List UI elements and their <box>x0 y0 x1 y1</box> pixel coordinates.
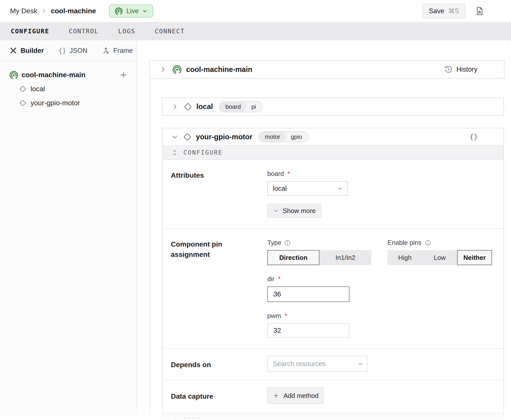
mode-json-label: JSON <box>69 47 87 55</box>
tab-connect[interactable]: CONNECT <box>155 28 185 35</box>
breadcrumb-parent[interactable]: My Desk <box>10 7 37 15</box>
board-field-label: board* <box>267 170 492 178</box>
type-field-label: Type <box>267 239 371 247</box>
dir-field-label: dir* <box>267 275 492 283</box>
machine-part-menu-button[interactable] <box>487 68 494 71</box>
attributes-section: Attributes board* local Show more <box>163 160 503 229</box>
component-diamond-icon <box>183 132 192 141</box>
gpio-motor-title: your-gpio-motor <box>196 133 252 141</box>
gpio-motor-type-badge: motor gpio <box>259 131 309 142</box>
add-method-button[interactable]: Add method <box>267 387 324 404</box>
info-icon[interactable] <box>425 240 431 246</box>
info-icon[interactable] <box>284 240 291 246</box>
badge-type: motor <box>259 132 288 142</box>
depends-on-section-label: Depends on <box>171 356 267 372</box>
pwm-pin-input[interactable] <box>267 323 349 338</box>
enable-pins-toggle-group: Enable pins High Low <box>388 239 492 265</box>
component-diamond-icon <box>19 85 27 93</box>
enable-option-neither[interactable]: Neither <box>457 250 492 265</box>
live-status-dropdown[interactable]: Live <box>109 5 153 18</box>
tree-item-local[interactable]: local <box>0 82 137 96</box>
enable-pins-field-label: Enable pins <box>388 239 492 247</box>
component-diamond-icon <box>19 99 27 107</box>
chevron-down-icon <box>273 208 279 214</box>
board-select[interactable]: local <box>267 181 348 196</box>
expand-chevron-icon[interactable] <box>171 103 178 110</box>
mode-frame-label: Frame <box>113 47 133 55</box>
tree-item-your-gpio-motor[interactable]: your-gpio-motor <box>0 96 137 110</box>
collapse-vertical-icon <box>171 149 178 156</box>
type-option-in1in2[interactable]: In1/In2 <box>319 250 371 265</box>
tree-item-your-gpio-motor-label: your-gpio-motor <box>31 99 80 107</box>
enable-option-low[interactable]: Low <box>422 250 457 265</box>
tree-item-machine-part[interactable]: cool-machine-main <box>0 68 137 82</box>
type-toggle-group: Type Direction In1/In2 <box>267 239 371 265</box>
add-component-button[interactable] <box>119 71 128 79</box>
data-capture-section-label: Data capture <box>171 387 267 404</box>
depends-on-search-input[interactable] <box>267 356 367 372</box>
braces-icon: {} <box>58 47 66 54</box>
badge-type: board <box>219 102 248 112</box>
attributes-section-label: Attributes <box>171 170 267 218</box>
depends-on-section: Depends on <box>163 349 503 380</box>
mode-builder[interactable]: Builder <box>9 47 44 55</box>
local-board-title: local <box>196 102 213 111</box>
tab-control[interactable]: CONTROL <box>69 28 98 35</box>
configure-section-label: CONFIGURE <box>183 149 223 156</box>
machine-tab-bar: CONFIGURE CONTROL LOGS CONNECT <box>0 22 511 40</box>
pwm-field-label: pwm* <box>267 312 492 320</box>
mode-frame[interactable]: Frame <box>102 47 133 55</box>
data-capture-section: Data capture Add method <box>163 380 503 412</box>
expand-vertical-icon <box>171 417 178 420</box>
broadcast-icon <box>172 64 182 74</box>
gpio-motor-card: your-gpio-motor motor gpio {} CONFIGURE <box>162 128 504 420</box>
configure-section-header[interactable]: CONFIGURE <box>163 145 503 160</box>
breadcrumb-machine-name: cool-machine <box>51 7 96 15</box>
gpio-motor-menu-button[interactable] <box>488 135 495 139</box>
type-option-direction[interactable]: Direction <box>267 250 319 265</box>
tree-item-local-label: local <box>31 85 45 93</box>
history-clock-icon <box>444 65 453 74</box>
gpio-motor-card-header: your-gpio-motor motor gpio {} <box>163 128 503 145</box>
local-board-type-badge: board pi <box>219 101 263 112</box>
tree-item-machine-part-label: cool-machine-main <box>22 71 85 79</box>
chevron-down-icon <box>142 8 148 14</box>
pin-assignment-section: Component pin assignment Type <box>163 229 503 349</box>
machine-part-card: cool-machine-main History <box>150 60 504 79</box>
history-button-label: History <box>456 66 477 73</box>
top-bar: My Desk cool-machine Live Save ⌘S <box>0 0 511 22</box>
expand-chevron-icon[interactable] <box>160 66 167 73</box>
builder-tools-icon <box>9 47 17 55</box>
required-mark: * <box>285 312 287 320</box>
test-section-header[interactable]: TEST <box>163 412 503 420</box>
tab-logs[interactable]: LOGS <box>118 28 135 35</box>
resource-tree: cool-machine-main local your-gpio-motor <box>0 61 137 110</box>
dir-pin-input[interactable] <box>267 286 349 302</box>
config-sidebar: Builder {} JSON Frame <box>0 40 137 420</box>
machine-menu-button[interactable] <box>494 9 501 13</box>
mode-builder-label: Builder <box>21 47 44 55</box>
broadcast-icon <box>9 70 19 80</box>
local-board-card: local board pi <box>162 97 504 116</box>
mode-json[interactable]: {} JSON <box>58 47 87 55</box>
tree-connector-line <box>150 79 150 420</box>
machine-metrics-button[interactable] <box>475 6 484 16</box>
chevron-down-icon <box>337 185 343 191</box>
pin-assignment-section-label: Component pin assignment <box>171 239 267 338</box>
required-mark: * <box>278 275 281 283</box>
collapse-chevron-icon[interactable] <box>171 133 178 140</box>
history-button[interactable]: History <box>444 65 477 74</box>
edit-json-button[interactable]: {} <box>469 133 478 141</box>
file-chart-icon <box>475 6 484 16</box>
frame-axes-icon <box>102 47 110 55</box>
enable-option-high[interactable]: High <box>388 250 422 265</box>
save-button-label: Save <box>429 7 444 15</box>
test-section-label: TEST <box>183 417 201 420</box>
live-status-label: Live <box>126 7 139 15</box>
show-more-button[interactable]: Show more <box>267 204 321 218</box>
tab-configure[interactable]: CONFIGURE <box>11 28 49 35</box>
machine-part-title: cool-machine-main <box>186 65 252 74</box>
local-board-menu-button[interactable] <box>488 105 495 109</box>
save-button[interactable]: Save ⌘S <box>422 4 465 18</box>
top-bar-actions: Save ⌘S <box>422 4 501 18</box>
